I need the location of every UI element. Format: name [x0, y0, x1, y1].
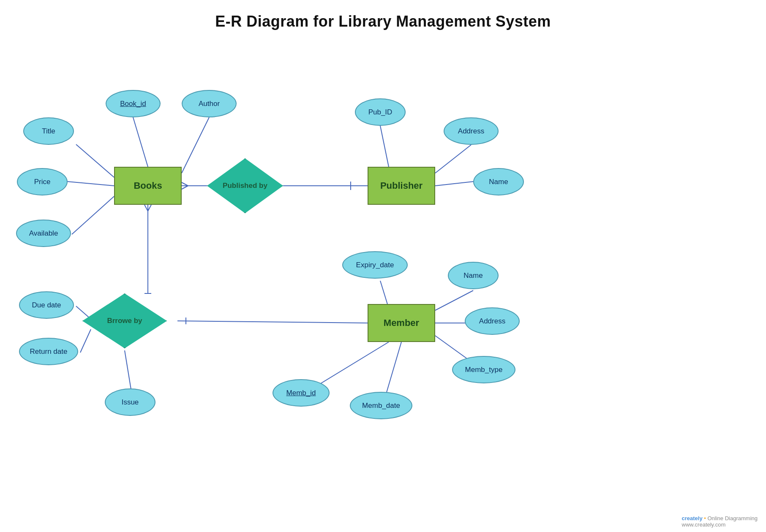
svg-line-0	[133, 117, 148, 167]
attribute-due-date: Due date	[19, 291, 74, 319]
page-title: E-R Diagram for Library Management Syste…	[0, 0, 766, 30]
attribute-price: Price	[17, 168, 68, 195]
svg-line-19	[182, 186, 188, 189]
svg-line-23	[144, 205, 148, 211]
attribute-address-member: Address	[465, 307, 520, 335]
attribute-book-id: Book_id	[106, 90, 161, 117]
svg-line-7	[435, 182, 473, 186]
watermark-url: www.creately.com	[682, 521, 726, 528]
attribute-memb-type: Memb_type	[452, 356, 515, 383]
svg-line-24	[148, 205, 151, 211]
svg-line-1	[76, 144, 114, 177]
svg-line-18	[182, 182, 188, 186]
svg-line-6	[435, 145, 471, 173]
attribute-address-publisher: Address	[444, 117, 499, 145]
diagram-area: Books Publisher Member Published by Brro…	[0, 42, 766, 532]
svg-line-9	[435, 290, 473, 310]
svg-line-5	[380, 126, 389, 167]
relationship-brrowe-by: Brrowe by	[82, 293, 167, 348]
attribute-return-date: Return date	[19, 338, 78, 365]
attribute-issue: Issue	[105, 388, 155, 416]
attribute-author: Author	[182, 90, 237, 117]
svg-line-26	[177, 321, 368, 323]
attribute-title: Title	[23, 117, 74, 145]
attribute-memb-date: Memb_date	[350, 392, 412, 419]
watermark-brand: creately	[682, 515, 703, 521]
svg-line-3	[68, 182, 114, 186]
attribute-name-publisher: Name	[473, 168, 524, 195]
attribute-available: Available	[16, 220, 71, 247]
attribute-memb-id: Memb_id	[273, 379, 330, 407]
svg-line-2	[182, 117, 209, 173]
attribute-expiry-date: Expiry_date	[342, 251, 408, 279]
watermark: creately • Online Diagramming www.create…	[682, 515, 758, 528]
attribute-name-member: Name	[448, 262, 499, 289]
watermark-dot: •	[704, 515, 706, 521]
entity-member: Member	[368, 304, 435, 342]
entity-publisher: Publisher	[368, 167, 435, 205]
watermark-text2: Online Diagramming	[708, 515, 758, 521]
attribute-pub-id: Pub_ID	[355, 98, 406, 126]
relationship-published-by: Published by	[207, 158, 283, 213]
entity-books: Books	[114, 167, 182, 205]
svg-line-4	[72, 196, 114, 234]
